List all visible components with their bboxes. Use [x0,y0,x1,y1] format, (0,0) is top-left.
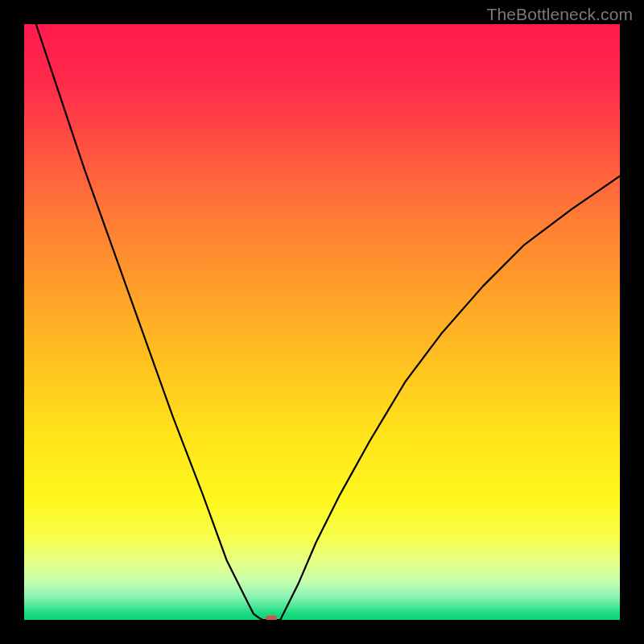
chart-frame: TheBottleneck.com [0,0,644,644]
bottleneck-curve-path [24,24,620,620]
optimal-marker [266,616,277,621]
attribution-text: TheBottleneck.com [487,5,633,24]
plot-area [24,24,620,620]
curve-layer [24,24,620,620]
